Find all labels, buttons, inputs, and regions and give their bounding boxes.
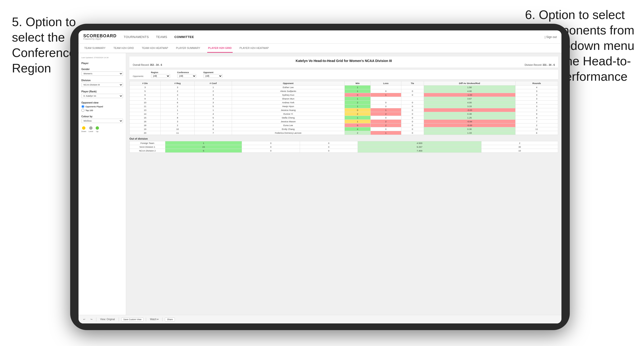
cell-opponent: Alexis Sudjianto (232, 89, 345, 93)
colour-by-select[interactable]: Win/loss (81, 119, 123, 123)
cell-win: 0 (344, 108, 371, 112)
share-button[interactable]: Share (165, 318, 175, 321)
opponent-view-label: Opponent view (81, 101, 123, 104)
tablet-screen: SCOREBOARD Powered by clippd TOURNAMENTS… (78, 30, 562, 324)
subnav-player-h2h-grid[interactable]: PLAYER H2H GRID (207, 44, 233, 53)
cell-diff: 4.00 (424, 101, 515, 105)
view-original-button[interactable]: View: Original (99, 318, 116, 321)
cell-reg: 3 (160, 85, 194, 89)
subnav-team-summary[interactable]: TEAM SUMMARY (83, 44, 106, 53)
legend-level-dot (89, 126, 92, 130)
cell-loss: 0 (371, 127, 401, 131)
legend-down: Down (81, 126, 86, 133)
cell-tie (401, 85, 424, 89)
cell-opponent: Andrea York (232, 101, 345, 105)
table-row: 6 3 3 Sydney Kuo 0 1 0 -1.00 3 (130, 93, 558, 97)
bottom-toolbar: ↩ ↪ View: Original Save Custom View Watc… (78, 315, 562, 324)
nav-teams[interactable]: TEAMS (156, 34, 167, 40)
nav-sign-out[interactable]: | Sign out (545, 35, 557, 39)
cell-win: 2 (344, 101, 371, 105)
cell-diff: 0.38 (424, 112, 515, 116)
cell-rounds: 2 (481, 141, 558, 145)
cell-rounds: 3 (515, 93, 558, 97)
cell-rounds: 11 (515, 127, 558, 131)
cell-opponent: Emily Chang (232, 127, 345, 131)
th-diff: Diff Av Strokes/Rnd (424, 81, 515, 85)
cell-rounds: 7 (515, 120, 558, 124)
cell-loss: 0 (371, 105, 401, 108)
cell-conf: 4 (194, 112, 232, 116)
toolbar-sep3 (146, 318, 146, 321)
radio-top100[interactable]: Top 100 (81, 109, 123, 112)
region-filter: Region (All) (151, 71, 170, 78)
division-select[interactable]: NCAA Division III (81, 83, 123, 87)
cell-tie: 0 (401, 131, 424, 135)
subnav-player-h2h-heatmap[interactable]: PLAYER H2H HEATMAP (238, 44, 270, 53)
cell-tie: 0 (401, 120, 424, 124)
cell-diff: 0.30 (424, 127, 515, 131)
cell-tie: 0 (401, 116, 424, 120)
legend-level: Level (88, 126, 93, 133)
out-division-table-container: Foreign Team 1 0 0 4.500 2 NAIA Division… (130, 141, 558, 153)
cell-div: 14 (130, 112, 160, 116)
nav-committee[interactable]: COMMITTEE (174, 34, 194, 40)
cell-rounds: 10 (481, 149, 558, 153)
cell-diff: 4.00 (424, 89, 515, 93)
cell-win: 1 (344, 97, 371, 101)
cell-opponent: Heejo Hyun (232, 105, 345, 108)
nav-items: TOURNAMENTS TEAMS COMMITTEE (124, 34, 545, 40)
legend-down-dot (82, 126, 86, 130)
table-row: 11 2 5 Heejo Hyun 1 0 0 3.33 3 (130, 105, 558, 108)
sidebar-opponent-view-section: Opponent view Opponents Played Top 100 (81, 101, 123, 112)
subnav-player-summary[interactable]: PLAYER SUMMARY (175, 44, 201, 53)
cell-reg: 6 (160, 101, 194, 105)
cell-win: 2 (344, 112, 371, 116)
cell-conf: 1 (194, 108, 232, 112)
toolbar-sep2 (119, 318, 119, 321)
opponent-select[interactable]: (All) (204, 74, 222, 78)
main-content: Last Updated: 27/03/2024 14:34 Player Ge… (78, 53, 562, 315)
cell-win: 1 (344, 116, 371, 120)
cell-rounds: 9 (515, 112, 558, 116)
subnav-team-h2h-heatmap[interactable]: TEAM H2H HEATMAP (141, 44, 169, 53)
cell-reg: 7 (160, 112, 194, 116)
cell-conf: 6 (194, 120, 232, 124)
cell-reg: 3 (160, 93, 194, 97)
logo-area: SCOREBOARD Powered by clippd (83, 34, 116, 40)
cell-rounds: 30 (481, 145, 558, 149)
nav-tournaments[interactable]: TOURNAMENTS (124, 34, 149, 40)
cell-opponent: Esther Lee (232, 85, 345, 89)
radio-group: Opponents Played Top 100 (81, 105, 123, 112)
cell-win: 5 (165, 149, 242, 153)
gender-select[interactable]: Women's (81, 71, 123, 76)
save-custom-view-button[interactable]: Save Custom View (121, 318, 144, 321)
cell-div: 3 (130, 85, 160, 89)
undo-button[interactable]: ↩ (82, 318, 86, 321)
watch-button[interactable]: Watch ▾ (148, 318, 160, 321)
opponent-label: Opponent (204, 71, 222, 74)
legend-up-dot (96, 126, 99, 130)
cell-loss: 0 (371, 89, 401, 93)
report-records: Overall Record: 353 - 34 - 6 Division Re… (133, 64, 555, 66)
cell-diff: 4.500 (358, 141, 482, 145)
cell-loss: 2 (371, 120, 401, 124)
cell-tie: 0 (401, 105, 424, 108)
cell-conf: 5 (194, 116, 232, 120)
player-rank-select[interactable]: 8. Katelyn Vo (81, 94, 123, 98)
cell-div: 10 (130, 101, 160, 105)
cell-tie: 0 (401, 112, 424, 116)
conference-select[interactable]: (All) (177, 74, 196, 78)
cell-loss: 1 (371, 93, 401, 97)
sidebar-colour-section: Colour by Win/loss (81, 115, 123, 123)
cell-conf: 4 (194, 97, 232, 101)
cell-opponent: Euna Lee (232, 124, 345, 127)
cell-diff: -0.94 (424, 120, 515, 124)
radio-opponents-played[interactable]: Opponents Played (81, 105, 123, 108)
cell-diff: 1.25 (424, 116, 515, 120)
cell-loss: 0 (242, 145, 300, 149)
region-select[interactable]: (All) (151, 74, 170, 78)
redo-button[interactable]: ↪ (89, 318, 94, 321)
cell-reg: 1 (160, 108, 194, 112)
subnav-team-h2h-grid[interactable]: TEAM H2H GRID (112, 44, 135, 53)
cell-reg: 2 (160, 124, 194, 127)
